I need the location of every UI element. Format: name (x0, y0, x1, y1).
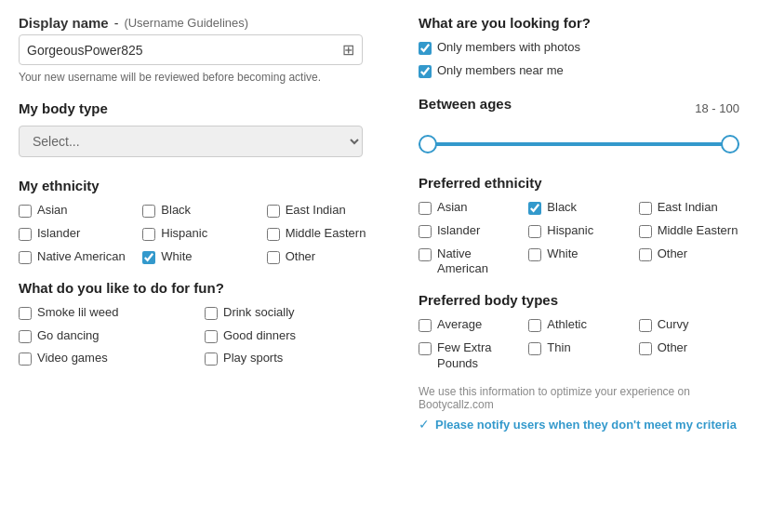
list-item: Smoke lil weed (19, 305, 195, 321)
fun-video-label: Video games (37, 351, 108, 366)
list-item: Islander (419, 223, 519, 239)
eth-middleeastern-label: Middle Eastern (286, 226, 366, 242)
list-item: Curvy (639, 317, 739, 333)
pref-body-grid: Average Athletic Curvy Few Extra Pounds … (419, 317, 739, 372)
eth-islander-checkbox[interactable] (19, 228, 32, 241)
list-item: Native American (19, 249, 133, 265)
eth-asian-checkbox[interactable] (19, 205, 32, 218)
eth-nativeamerican-checkbox[interactable] (19, 251, 32, 264)
slider-track (419, 142, 739, 146)
list-item: Asian (19, 203, 133, 219)
eth-black-checkbox[interactable] (142, 205, 155, 218)
lf-photos-checkbox[interactable] (419, 42, 432, 55)
pe-islander-checkbox[interactable] (419, 225, 432, 238)
pe-other-checkbox[interactable] (639, 248, 652, 261)
fun-smoke-checkbox[interactable] (19, 307, 32, 320)
pe-hispanic-checkbox[interactable] (528, 225, 541, 238)
between-ages-section: Between ages 18 - 100 (419, 96, 739, 158)
eth-eastindian-checkbox[interactable] (267, 205, 280, 218)
pb-athletic-label: Athletic (547, 317, 587, 333)
pe-other-label: Other (658, 246, 688, 262)
info-text: We use this information to optimize your… (419, 385, 739, 411)
list-item: Other (639, 246, 739, 278)
list-item: Play sports (205, 351, 381, 366)
pe-black-checkbox[interactable] (528, 202, 541, 215)
eth-other-checkbox[interactable] (267, 251, 280, 264)
eth-islander-label: Islander (37, 226, 80, 242)
fun-drink-checkbox[interactable] (205, 307, 218, 320)
list-item: Drink socially (205, 305, 381, 321)
eth-middleeastern-checkbox[interactable] (267, 228, 280, 241)
pb-fewextra-checkbox[interactable] (419, 342, 432, 355)
body-type-select[interactable]: Select... Slim Average Athletic Curvy Fe… (19, 126, 363, 157)
pref-body-section: Preferred body types Average Athletic Cu… (419, 292, 739, 372)
age-slider-handle-right[interactable] (721, 135, 739, 153)
pe-nativeamerican-checkbox[interactable] (419, 248, 432, 261)
pb-average-checkbox[interactable] (419, 319, 432, 332)
pe-asian-label: Asian (437, 200, 468, 216)
pe-white-checkbox[interactable] (528, 248, 541, 261)
list-item: Native American (419, 246, 519, 278)
pe-middleeastern-checkbox[interactable] (639, 225, 652, 238)
list-item: Hispanic (528, 223, 629, 239)
list-item: Islander (19, 226, 133, 242)
pb-fewextra-label: Few Extra Pounds (437, 340, 519, 372)
fun-title: What do you like to do for fun? (19, 280, 381, 296)
age-slider-wrapper (419, 130, 739, 158)
list-item: East Indian (267, 203, 381, 219)
eth-black-label: Black (161, 203, 191, 219)
eth-white-label: White (161, 249, 192, 265)
list-item: Other (267, 249, 381, 265)
body-type-section: My body type Select... Slim Average Athl… (19, 100, 381, 161)
eth-asian-label: Asian (37, 203, 68, 219)
fun-smoke-label: Smoke lil weed (37, 305, 118, 321)
username-guidelines[interactable]: (Username Guidelines) (124, 16, 248, 30)
pb-thin-checkbox[interactable] (528, 342, 541, 355)
pb-thin-label: Thin (547, 340, 570, 356)
pe-white-label: White (547, 246, 578, 262)
fun-video-checkbox[interactable] (19, 352, 32, 366)
list-item: Thin (528, 340, 629, 372)
list-item: Black (528, 200, 629, 216)
eth-other-label: Other (286, 249, 316, 265)
pb-athletic-checkbox[interactable] (528, 319, 541, 332)
list-item: Hispanic (142, 226, 257, 242)
checkmark-icon: ✓ (419, 417, 430, 432)
pe-asian-checkbox[interactable] (419, 202, 432, 215)
fun-sports-label: Play sports (223, 351, 283, 366)
eth-hispanic-checkbox[interactable] (142, 228, 155, 241)
username-input-wrapper: ⊞ (19, 34, 363, 65)
eth-nativeamerican-label: Native American (37, 249, 126, 265)
pb-curvy-label: Curvy (658, 317, 689, 333)
fun-section: What do you like to do for fun? Smoke li… (19, 280, 381, 367)
list-item: Average (419, 317, 519, 333)
eth-hispanic-label: Hispanic (161, 226, 207, 242)
username-input[interactable] (27, 43, 342, 58)
list-item: Other (639, 340, 739, 372)
ethnicity-section: My ethnicity Asian Black East Indian Isl… (19, 178, 381, 265)
list-item: Asian (419, 200, 519, 216)
username-icon: ⊞ (342, 41, 354, 59)
display-name-dash: - (114, 16, 119, 31)
list-item: Few Extra Pounds (419, 340, 519, 372)
pb-average-label: Average (437, 317, 482, 333)
pe-eastindian-label: East Indian (658, 200, 718, 216)
between-ages-title: Between ages (419, 96, 512, 112)
pe-eastindian-checkbox[interactable] (639, 202, 652, 215)
eth-white-checkbox[interactable] (142, 251, 155, 264)
fun-dinners-checkbox[interactable] (205, 330, 218, 343)
pb-curvy-checkbox[interactable] (639, 319, 652, 332)
pref-body-title: Preferred body types (419, 292, 739, 308)
list-item: Middle Eastern (267, 226, 381, 242)
pref-ethnicity-title: Preferred ethnicity (419, 175, 739, 191)
age-slider-handle-left[interactable] (419, 135, 437, 153)
lf-near-checkbox[interactable] (419, 65, 432, 78)
between-ages-header: Between ages 18 - 100 (419, 96, 739, 121)
fun-drink-label: Drink socially (223, 305, 295, 321)
pe-black-label: Black (547, 200, 577, 216)
list-item: Good dinners (205, 328, 381, 344)
list-item: White (142, 249, 257, 265)
fun-sports-checkbox[interactable] (205, 352, 218, 366)
pb-other-checkbox[interactable] (639, 342, 652, 355)
fun-dancing-checkbox[interactable] (19, 330, 32, 343)
